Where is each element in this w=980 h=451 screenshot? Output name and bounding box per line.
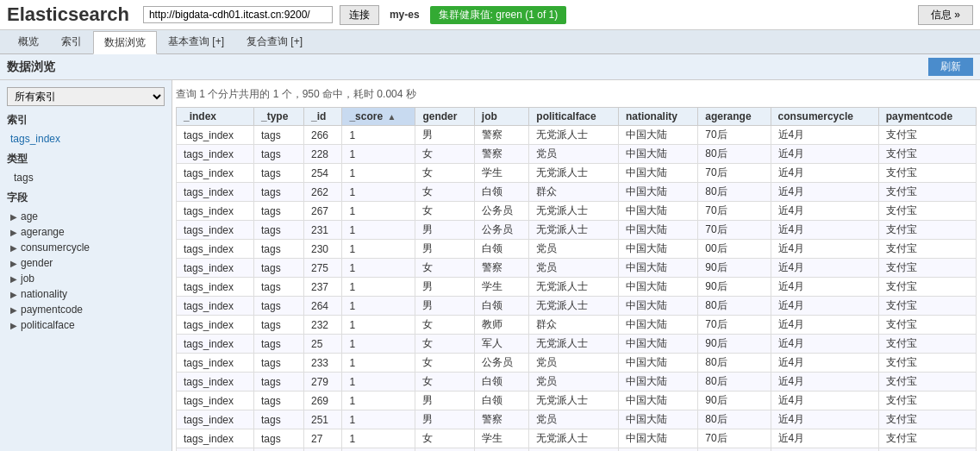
type-section: 类型 tags [7,152,165,185]
cell-nationality: 中国大陆 [618,240,697,259]
col-header-consumercycle[interactable]: consumercycle [771,108,878,126]
cell-_score: 1 [342,145,415,164]
cell-nationality: 中国大陆 [618,335,697,354]
table-row[interactable]: tags_indextags2541女学生无党派人士中国大陆70后近4月支付宝 [177,164,977,183]
cell-_index: tags_index [177,335,254,354]
sidebar-field-gender[interactable]: ▶gender [7,255,165,271]
table-row[interactable]: tags_indextags271女学生无党派人士中国大陆70后近4月支付宝 [177,429,977,448]
index-select[interactable]: 所有索引 [7,87,165,106]
col-header-agerange[interactable]: agerange [698,108,771,126]
col-header-nationality[interactable]: nationality [618,108,697,126]
table-row[interactable]: tags_indextags2301男白领党员中国大陆00后近4月支付宝 [177,240,977,259]
table-row[interactable]: tags_indextags2671女公务员无党派人士中国大陆70后近4月支付宝 [177,202,977,221]
cell-agerange: 90后 [698,391,771,410]
cell-consumercycle: 近4月 [771,448,878,452]
cell-paymentcode: 支付宝 [878,145,976,164]
cell-gender: 男 [415,278,474,297]
cell-_type: tags [253,373,303,391]
col-header-score[interactable]: _score ▲ [342,108,415,126]
table-row[interactable]: tags_indextags251女军人无党派人士中国大陆90后近4月支付宝 [177,335,977,354]
tab-index[interactable]: 索引 [50,30,93,53]
cell-nationality: 中国大陆 [618,297,697,316]
cell-job: 学生 [474,278,529,297]
cell-_id: 264 [303,297,341,316]
cell-paymentcode: 支付宝 [878,240,976,259]
info-button[interactable]: 信息 » [918,5,973,25]
cell-_type: tags [253,429,303,448]
cell-agerange: 70后 [698,126,771,145]
cell-nationality: 中国大陆 [618,429,697,448]
cell-consumercycle: 近4月 [771,410,878,429]
table-row[interactable]: tags_indextags2621女白领群众中国大陆80后近4月支付宝 [177,183,977,202]
col-header-paymentcode[interactable]: paymentcode [878,108,976,126]
cell-politicalface: 群众 [529,316,619,335]
table-row[interactable]: tags_indextags2531女教师群众中国大陆90后近4月支付宝 [177,448,977,452]
cell-_index: tags_index [177,240,254,259]
table-row[interactable]: tags_indextags2371男学生无党派人士中国大陆90后近4月支付宝 [177,278,977,297]
cell-nationality: 中国大陆 [618,354,697,373]
cell-job: 公务员 [474,202,529,221]
cell-job: 学生 [474,429,529,448]
cell-_id: 237 [303,278,341,297]
cell-agerange: 80后 [698,410,771,429]
table-row[interactable]: tags_indextags2691男白领无党派人士中国大陆90后近4月支付宝 [177,391,977,410]
table-row[interactable]: tags_indextags2281女警察党员中国大陆80后近4月支付宝 [177,145,977,164]
sidebar-field-age[interactable]: ▶age [7,209,165,224]
table-row[interactable]: tags_indextags2321女教师群众中国大陆70后近4月支付宝 [177,316,977,335]
cell-_id: 275 [303,259,341,278]
url-input[interactable] [143,6,333,23]
col-header-index[interactable]: _index [177,108,254,126]
cell-consumercycle: 近4月 [771,259,878,278]
cell-_score: 1 [342,278,415,297]
table-row[interactable]: tags_indextags2331女公务员党员中国大陆80后近4月支付宝 [177,354,977,373]
cell-_id: 253 [303,448,341,452]
cell-nationality: 中国大陆 [618,373,697,391]
sidebar-index-tags-index[interactable]: tags_index [7,131,165,147]
cell-agerange: 80后 [698,373,771,391]
cell-job: 警察 [474,410,529,429]
connect-button[interactable]: 连接 [340,5,379,25]
refresh-button[interactable]: 刷新 [928,58,973,76]
tab-data-browse[interactable]: 数据浏览 [93,31,157,54]
col-header-type[interactable]: _type [253,108,303,126]
table-row[interactable]: tags_indextags2751女警察党员中国大陆90后近4月支付宝 [177,259,977,278]
cell-gender: 女 [415,335,474,354]
table-row[interactable]: tags_indextags2511男警察党员中国大陆80后近4月支付宝 [177,410,977,429]
cell-politicalface: 无党派人士 [529,278,619,297]
cell-paymentcode: 支付宝 [878,354,976,373]
sidebar-field-politicalface[interactable]: ▶politicalface [7,317,165,333]
chevron-right-icon: ▶ [10,321,17,330]
sidebar-field-consumercycle[interactable]: ▶consumercycle [7,240,165,255]
cell-_type: tags [253,240,303,259]
table-row[interactable]: tags_indextags2661男警察无党派人士中国大陆70后近4月支付宝 [177,126,977,145]
tab-overview[interactable]: 概览 [7,30,50,53]
top-bar: Elasticsearch 连接 my-es 集群健康值: green (1 o… [0,0,980,30]
cell-_type: tags [253,335,303,354]
cell-gender: 男 [415,240,474,259]
col-header-job[interactable]: job [474,108,529,126]
tab-basic-query[interactable]: 基本查询 [+] [157,30,235,53]
col-header-id[interactable]: _id [303,108,341,126]
cell-job: 白领 [474,297,529,316]
table-row[interactable]: tags_indextags2311男公务员无党派人士中国大陆70后近4月支付宝 [177,221,977,240]
cell-_score: 1 [342,221,415,240]
table-row[interactable]: tags_indextags2791女白领党员中国大陆80后近4月支付宝 [177,373,977,391]
page-title: 数据浏览 [7,60,55,75]
col-header-gender[interactable]: gender [415,108,474,126]
sidebar-field-paymentcode[interactable]: ▶paymentcode [7,302,165,317]
cell-nationality: 中国大陆 [618,410,697,429]
col-header-politicalface[interactable]: politicalface [529,108,619,126]
table-row[interactable]: tags_indextags2641男白领无党派人士中国大陆80后近4月支付宝 [177,297,977,316]
sidebar-field-job[interactable]: ▶job [7,271,165,286]
cell-_score: 1 [342,448,415,452]
cell-consumercycle: 近4月 [771,240,878,259]
cell-agerange: 90后 [698,335,771,354]
tab-complex-query[interactable]: 复合查询 [+] [235,30,314,53]
sidebar-type-tags[interactable]: tags [7,170,165,185]
cell-paymentcode: 支付宝 [878,259,976,278]
content-area: 查询 1 个分片共用的 1 个，950 命中，耗时 0.004 秒 _index… [172,80,980,451]
cell-_id: 266 [303,126,341,145]
sidebar-field-agerange[interactable]: ▶agerange [7,224,165,240]
sidebar-field-nationality[interactable]: ▶nationality [7,286,165,302]
cell-paymentcode: 支付宝 [878,373,976,391]
